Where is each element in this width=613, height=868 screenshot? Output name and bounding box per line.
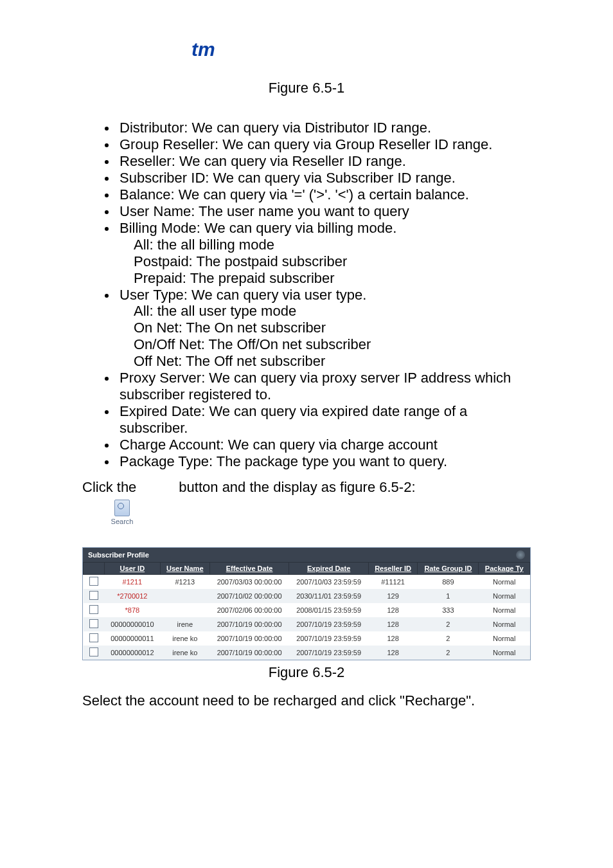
cell-rate-group: 2 <box>418 646 479 660</box>
billing-sub-postpaid: Postpaid: The postpaid subscriber <box>82 253 531 270</box>
bullet-user-name: User Name: The user name you want to que… <box>117 203 531 220</box>
cell-effective: 2007/10/19 00:00:00 <box>209 631 289 646</box>
table-row[interactable]: 00000000011irene ko2007/10/19 00:00:0020… <box>84 631 530 646</box>
billing-sub-prepaid: Prepaid: The prepaid subscriber <box>82 270 531 287</box>
row-checkbox[interactable] <box>89 577 98 586</box>
cell-user-name: irene ko <box>160 646 209 660</box>
cell-package: Normal <box>479 631 530 646</box>
magnifier-icon[interactable] <box>516 550 525 559</box>
cell-reseller: 129 <box>368 589 417 603</box>
cell-package: Normal <box>479 617 530 631</box>
panel-title-bar: Subscriber Profile <box>83 548 530 562</box>
bullet-package: Package Type: The package type you want … <box>117 453 531 470</box>
cell-rate-group: 1 <box>418 589 479 603</box>
bullet-charge: Charge Account: We can query via charge … <box>117 437 531 453</box>
click-suffix: button and the display as figure 6.5-2: <box>179 479 415 495</box>
cell-expired: 2030/11/01 23:59:59 <box>289 589 369 603</box>
subscriber-table: User ID User Name Effective Date Expired… <box>83 562 530 660</box>
cell-effective: 2007/02/06 00:00:00 <box>209 603 289 617</box>
cell-rate-group: 2 <box>418 617 479 631</box>
bullet-reseller: Reseller: We can query via Reseller ID r… <box>117 153 531 170</box>
final-instruction: Select the account need to be recharged … <box>82 692 531 709</box>
cell-reseller: 128 <box>368 603 417 617</box>
bullet-billing-mode: Billing Mode: We can query via billing m… <box>117 220 531 237</box>
bullet-user-type: User Type: We can query via user type. <box>117 287 531 303</box>
bullet-distributor: Distributor: We can query via Distributo… <box>117 120 531 136</box>
cell-user-id[interactable]: *2700012 <box>105 589 161 603</box>
row-checkbox[interactable] <box>89 619 98 628</box>
table-row[interactable]: *27000122007/10/02 00:00:002030/11/01 23… <box>84 589 530 603</box>
cell-user-id[interactable]: 00000000012 <box>105 646 161 660</box>
figure-caption-2: Figure 6.5-2 <box>82 664 531 681</box>
cell-package: Normal <box>479 575 530 590</box>
cell-user-name: irene <box>160 617 209 631</box>
cell-expired: 2007/10/03 23:59:59 <box>289 575 369 590</box>
bullet-expired: Expired Date: We can query via expired d… <box>117 403 531 437</box>
query-options-list-2: User Type: We can query via user type. <box>82 287 531 303</box>
col-effective-date[interactable]: Effective Date <box>209 563 289 575</box>
cell-package: Normal <box>479 603 530 617</box>
usertype-sub-onoff: On/Off Net: The Off/On net subscriber <box>82 336 531 353</box>
cell-effective: 2007/10/19 00:00:00 <box>209 646 289 660</box>
cell-user-id[interactable]: 00000000010 <box>105 617 161 631</box>
cell-user-id[interactable]: *878 <box>105 603 161 617</box>
cell-expired: 2008/01/15 23:59:59 <box>289 603 369 617</box>
figure-caption-1: Figure 6.5-1 <box>82 80 531 96</box>
col-expired-date[interactable]: Expired Date <box>289 563 369 575</box>
col-user-id[interactable]: User ID <box>105 563 161 575</box>
cell-reseller: #11121 <box>368 575 417 590</box>
cell-rate-group: 2 <box>418 631 479 646</box>
cell-user-name: irene ko <box>160 631 209 646</box>
search-icon <box>114 500 130 516</box>
cell-user-id[interactable]: #1211 <box>105 575 161 590</box>
col-rate-group-id[interactable]: Rate Group ID <box>418 563 479 575</box>
usertype-sub-off: Off Net: The Off net subscriber <box>82 353 531 370</box>
table-row[interactable]: 00000000012irene ko2007/10/19 00:00:0020… <box>84 646 530 660</box>
col-package-type[interactable]: Package Ty <box>479 563 530 575</box>
search-button[interactable]: Search <box>107 500 138 525</box>
table-row[interactable]: #1211#12132007/03/03 00:00:002007/10/03 … <box>84 575 530 590</box>
search-button-label: Search <box>107 518 138 525</box>
row-checkbox[interactable] <box>89 591 98 600</box>
col-checkbox <box>84 563 105 575</box>
query-options-list-3: Proxy Server: We can query via proxy ser… <box>82 370 531 470</box>
col-user-name[interactable]: User Name <box>160 563 209 575</box>
cell-package: Normal <box>479 589 530 603</box>
click-instruction: Click thebutton and the display as figur… <box>82 479 531 496</box>
bullet-proxy: Proxy Server: We can query via proxy ser… <box>117 370 531 403</box>
cell-user-name <box>160 603 209 617</box>
subscriber-profile-panel: Subscriber Profile User ID User Name Eff… <box>82 547 531 660</box>
bullet-balance: Balance: We can query via '=' ('>'. '<')… <box>117 186 531 203</box>
table-row[interactable]: 00000000010irene2007/10/19 00:00:002007/… <box>84 617 530 631</box>
panel-title: Subscriber Profile <box>88 551 149 559</box>
usertype-sub-all: All: the all user type mode <box>82 303 531 320</box>
cell-package: Normal <box>479 646 530 660</box>
billing-sub-all: All: the all billing mode <box>82 237 531 253</box>
cell-reseller: 128 <box>368 646 417 660</box>
cell-user-id[interactable]: 00000000011 <box>105 631 161 646</box>
bullet-group-reseller: Group Reseller: We can query via Group R… <box>117 136 531 153</box>
click-prefix: Click the <box>82 479 136 495</box>
logo-text: tm <box>191 39 215 60</box>
brand-logo: tm <box>82 39 531 60</box>
cell-expired: 2007/10/19 23:59:59 <box>289 646 369 660</box>
cell-reseller: 128 <box>368 631 417 646</box>
cell-reseller: 128 <box>368 617 417 631</box>
cell-expired: 2007/10/19 23:59:59 <box>289 617 369 631</box>
col-reseller-id[interactable]: Reseller ID <box>368 563 417 575</box>
cell-user-name: #1213 <box>160 575 209 590</box>
row-checkbox[interactable] <box>89 633 98 642</box>
cell-effective: 2007/10/02 00:00:00 <box>209 589 289 603</box>
cell-effective: 2007/03/03 00:00:00 <box>209 575 289 590</box>
cell-expired: 2007/10/19 23:59:59 <box>289 631 369 646</box>
cell-rate-group: 333 <box>418 603 479 617</box>
table-row[interactable]: *8782007/02/06 00:00:002008/01/15 23:59:… <box>84 603 530 617</box>
cell-rate-group: 889 <box>418 575 479 590</box>
usertype-sub-on: On Net: The On net subscriber <box>82 320 531 336</box>
query-options-list: Distributor: We can query via Distributo… <box>82 120 531 237</box>
cell-effective: 2007/10/19 00:00:00 <box>209 617 289 631</box>
bullet-subscriber-id: Subscriber ID: We can query via Subscrib… <box>117 170 531 186</box>
cell-user-name <box>160 589 209 603</box>
row-checkbox[interactable] <box>89 605 98 614</box>
row-checkbox[interactable] <box>89 647 98 656</box>
